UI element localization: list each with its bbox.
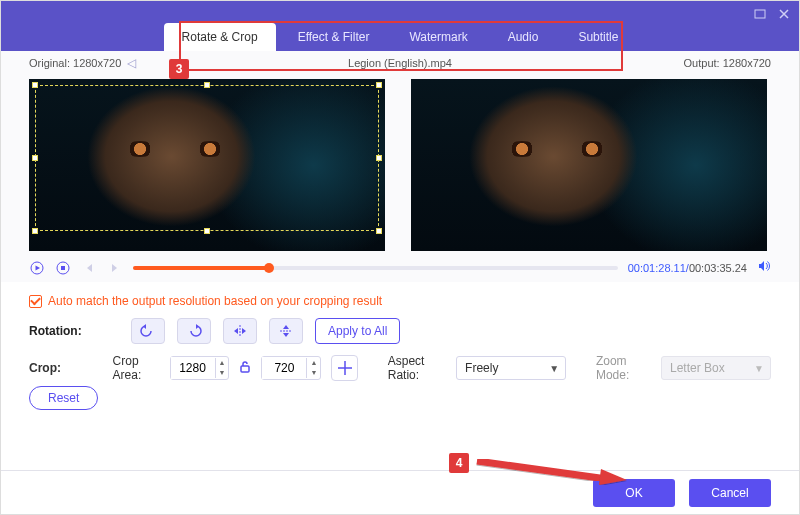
window-controls [753,7,791,21]
time-total: 00:03:35.24 [689,262,747,274]
lock-aspect-icon[interactable] [239,360,251,377]
preview-output [411,79,767,251]
crop-width-input[interactable] [171,357,215,379]
center-crop-icon[interactable] [331,355,358,381]
auto-match-checkbox[interactable] [29,295,42,308]
video-frame [411,79,767,251]
arrow-up-icon[interactable]: ▲ [307,358,320,368]
play-icon[interactable] [29,260,45,276]
controls-panel: Auto match the output resolution based o… [1,282,799,410]
annotation-4-label: 4 [449,453,469,473]
svg-rect-3 [61,266,65,270]
crop-height-input[interactable] [262,357,306,379]
info-bar: Original: 1280x720 ◁ Legion (English).mp… [1,51,799,75]
apply-to-all-button[interactable]: Apply to All [315,318,400,344]
tab-audio[interactable]: Audio [490,23,557,51]
crop-width-stepper[interactable]: ▲▼ [170,356,230,380]
svg-rect-4 [241,366,249,372]
annotation-3-label: 3 [169,59,189,79]
rotate-left-icon[interactable] [131,318,165,344]
aspect-ratio-label: Aspect Ratio: [388,354,446,382]
zoom-mode-label: Zoom Mode: [596,354,651,382]
titlebar: Rotate & Crop Effect & Filter Watermark … [1,1,799,51]
crop-area-label: Crop Area: [113,354,160,382]
rotation-row: Rotation: Apply to All [29,318,771,344]
tab-rotate-crop[interactable]: Rotate & Crop [164,23,276,51]
reset-button[interactable]: Reset [29,386,98,410]
arrow-up-icon[interactable]: ▲ [216,358,229,368]
time-current: 00:01:28.11 [628,262,686,274]
next-frame-icon[interactable] [107,260,123,276]
output-resolution: Output: 1280x720 [639,57,799,69]
filename-label: Legion (English).mp4 [201,57,639,69]
rotation-label: Rotation: [29,324,119,338]
time-display: 00:01:28.11/00:03:35.24 [628,262,747,274]
progress-bar[interactable] [133,266,618,270]
tabs: Rotate & Crop Effect & Filter Watermark … [1,1,799,51]
cancel-button[interactable]: Cancel [689,479,771,507]
aspect-ratio-select[interactable]: Freely ▼ [456,356,566,380]
crop-label: Crop: [29,361,103,375]
flip-vertical-icon[interactable] [269,318,303,344]
playback-bar: 00:01:28.11/00:03:35.24 [1,251,799,282]
volume-icon[interactable] [757,259,771,276]
zoom-mode-select: Letter Box ▼ [661,356,771,380]
arrow-down-icon[interactable]: ▼ [216,368,229,378]
tab-effect-filter[interactable]: Effect & Filter [280,23,388,51]
svg-rect-0 [755,10,765,18]
caret-down-icon: ▼ [754,363,764,374]
auto-match-row[interactable]: Auto match the output resolution based o… [29,294,771,308]
prev-frame-icon[interactable] [81,260,97,276]
video-frame [29,79,385,251]
preview-original[interactable] [29,79,385,251]
rotate-right-icon[interactable] [177,318,211,344]
zoom-mode-value: Letter Box [670,361,725,375]
ok-button[interactable]: OK [593,479,675,507]
app-window: Rotate & Crop Effect & Filter Watermark … [0,0,800,515]
aspect-ratio-value: Freely [465,361,498,375]
minimize-icon[interactable] [753,7,767,21]
tab-subtitle[interactable]: Subtitle [560,23,636,51]
tab-watermark[interactable]: Watermark [391,23,485,51]
footer: OK Cancel [1,470,799,514]
progress-thumb[interactable] [264,263,274,273]
original-resolution: Original: 1280x720 [29,57,121,69]
caret-down-icon: ▼ [549,363,559,374]
arrow-down-icon[interactable]: ▼ [307,368,320,378]
crop-height-stepper[interactable]: ▲▼ [261,356,321,380]
chevron-left-icon[interactable]: ◁ [127,56,136,70]
auto-match-label: Auto match the output resolution based o… [48,294,382,308]
crop-row: Crop: Crop Area: ▲▼ ▲▼ Aspect Ratio: Fre… [29,354,771,382]
stop-icon[interactable] [55,260,71,276]
flip-horizontal-icon[interactable] [223,318,257,344]
close-icon[interactable] [777,7,791,21]
preview-row [1,75,799,251]
